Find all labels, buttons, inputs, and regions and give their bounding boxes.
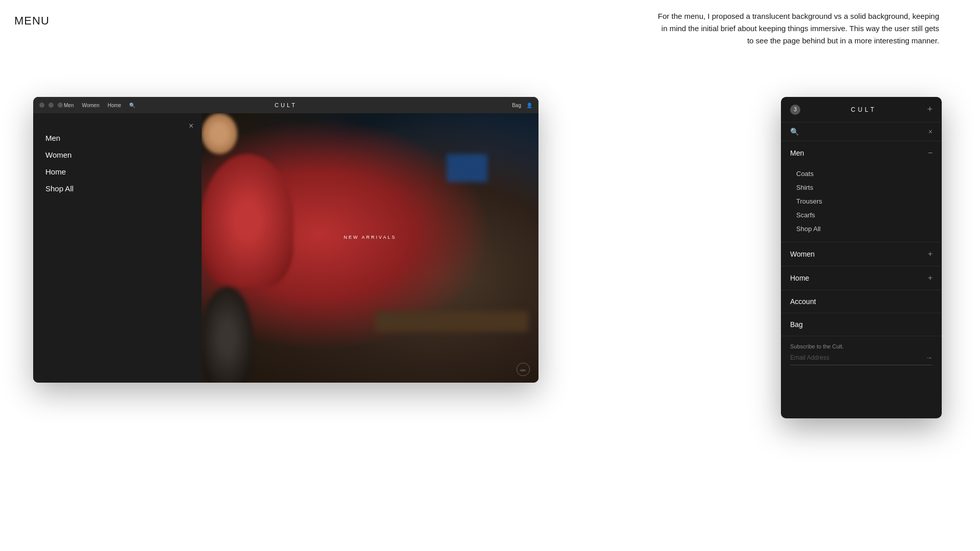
men-section-icon: −: [928, 148, 933, 158]
new-arrivals-text: NEW ARRIVALS: [344, 235, 397, 240]
home-section-label: Home: [790, 274, 809, 282]
browser-dot-1: [39, 103, 44, 108]
sub-item-shop-all[interactable]: Shop All: [781, 222, 942, 236]
women-section: Women +: [781, 242, 942, 266]
browser-icons: Bag 👤: [512, 103, 532, 108]
search-icon-nav[interactable]: 🔍: [129, 103, 135, 108]
sub-item-trousers[interactable]: Trousers: [781, 194, 942, 208]
email-row[interactable]: Email Address →: [790, 354, 933, 365]
svg-text:NBC: NBC: [520, 369, 526, 372]
person-head: [202, 113, 237, 154]
video-area: NEW ARRIVALS NBC: [202, 113, 538, 383]
browser-dot-3: [58, 103, 63, 108]
person-body-red: [202, 154, 293, 287]
nbc-logo: NBC: [516, 362, 530, 377]
nav-home[interactable]: Home: [108, 103, 121, 108]
bag-item[interactable]: Bag: [781, 313, 942, 336]
women-section-header[interactable]: Women +: [781, 242, 942, 266]
browser-content: × Men Women Home Shop All NEW ARRIVALS: [33, 113, 538, 383]
subscribe-label: Subscribe to the Cult.: [790, 343, 933, 349]
panel-content: Men − Coats Shirts Trousers Scarfs Shop …: [781, 141, 942, 418]
home-section: Home +: [781, 266, 942, 290]
nav-women[interactable]: Women: [82, 103, 99, 108]
page-label: MENU: [14, 14, 50, 28]
account-item[interactable]: Account: [781, 290, 942, 313]
browser-cult-logo: CULT: [275, 102, 297, 108]
women-section-label: Women: [790, 250, 815, 258]
email-placeholder: Email Address: [790, 354, 829, 361]
panel-cult-logo: CULT: [851, 106, 876, 113]
nav-men[interactable]: Men: [64, 103, 74, 108]
person-body-dark: [202, 287, 253, 383]
search-close-icon[interactable]: ×: [928, 128, 933, 136]
home-section-header[interactable]: Home +: [781, 266, 942, 290]
women-section-icon: +: [928, 249, 933, 259]
menu-item-home[interactable]: Home: [45, 163, 189, 180]
search-icon[interactable]: 🔍: [790, 128, 799, 136]
browser-mockup-left: Men Women Home 🔍 CULT Bag 👤 × Men Women …: [33, 97, 538, 383]
bg-desk: [375, 311, 528, 332]
browser-dot-2: [48, 103, 54, 108]
menu-overlay: × Men Women Home Shop All: [33, 113, 202, 383]
bag-label[interactable]: Bag: [512, 103, 521, 108]
men-sub-items: Coats Shirts Trousers Scarfs Shop All: [781, 165, 942, 242]
right-panel-header: 3 CULT +: [781, 97, 942, 122]
right-panel-menu: 3 CULT + 🔍 × Men − Coats Shirts Trousers…: [781, 97, 942, 418]
submit-arrow-icon[interactable]: →: [925, 354, 933, 362]
bg-monitor: [447, 154, 487, 182]
subscribe-section: Subscribe to the Cult. Email Address →: [781, 336, 942, 372]
sub-item-coats[interactable]: Coats: [781, 167, 942, 181]
browser-bar: Men Women Home 🔍 CULT Bag 👤: [33, 97, 538, 113]
menu-item-shop-all[interactable]: Shop All: [45, 180, 189, 197]
men-section-header[interactable]: Men −: [781, 141, 942, 165]
menu-item-men[interactable]: Men: [45, 130, 189, 146]
men-section: Men − Coats Shirts Trousers Scarfs Shop …: [781, 141, 942, 242]
sub-item-shirts[interactable]: Shirts: [781, 181, 942, 194]
menu-items-list: Men Women Home Shop All: [45, 130, 189, 197]
close-button[interactable]: ×: [189, 121, 193, 131]
bag-badge: 3: [790, 105, 800, 115]
menu-item-women[interactable]: Women: [45, 146, 189, 163]
browser-nav: Men Women Home 🔍: [64, 103, 135, 108]
men-section-label: Men: [790, 149, 804, 157]
sub-item-scarfs[interactable]: Scarfs: [781, 208, 942, 222]
panel-plus-icon[interactable]: +: [927, 104, 933, 115]
home-section-icon: +: [928, 273, 933, 283]
description-text: For the menu, I proposed a translucent b…: [653, 10, 939, 47]
user-icon[interactable]: 👤: [526, 103, 532, 108]
video-scene: NEW ARRIVALS NBC: [202, 113, 538, 383]
search-row: 🔍 ×: [781, 122, 942, 141]
